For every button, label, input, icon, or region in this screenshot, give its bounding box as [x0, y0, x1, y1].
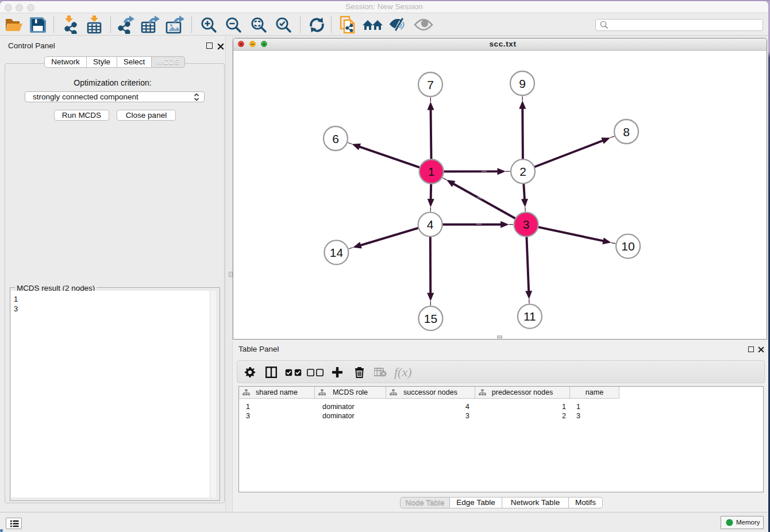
svg-text:2: 2: [519, 164, 526, 178]
svg-text:10: 10: [621, 240, 634, 253]
svg-text:8: 8: [623, 125, 630, 138]
svg-text:9: 9: [519, 76, 526, 90]
svg-text:11: 11: [523, 310, 536, 323]
svg-text:14: 14: [330, 245, 344, 259]
svg-text:15: 15: [424, 311, 437, 325]
svg-text:4: 4: [427, 218, 434, 231]
svg-text:1: 1: [428, 165, 435, 178]
svg-text:7: 7: [427, 78, 434, 91]
svg-text:6: 6: [332, 132, 339, 145]
svg-text:3: 3: [523, 218, 530, 231]
